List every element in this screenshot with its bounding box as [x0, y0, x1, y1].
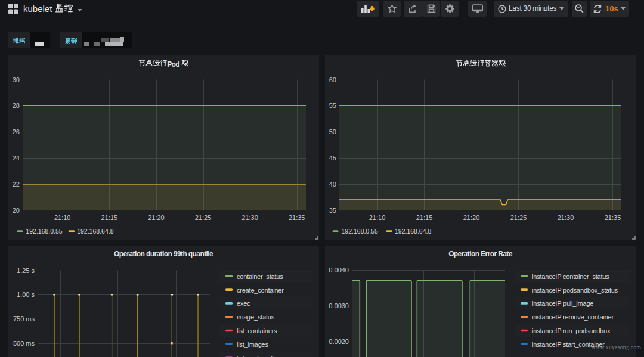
svg-text:21:35: 21:35: [605, 214, 621, 221]
svg-text:1.25 s: 1.25 s: [17, 267, 35, 274]
svg-text:192.168.0.55: 192.168.0.55: [26, 228, 62, 235]
svg-text:exec: exec: [237, 300, 250, 307]
svg-text:40: 40: [329, 181, 336, 188]
svg-text:28: 28: [13, 102, 20, 109]
svg-text:instanceIP run_podsandbox: instanceIP run_podsandbox: [532, 327, 611, 334]
svg-text:21:30: 21:30: [242, 214, 258, 221]
svg-text:21:25: 21:25: [195, 214, 212, 221]
svg-text:21:10: 21:10: [54, 214, 71, 221]
svg-text:45: 45: [329, 154, 336, 162]
svg-text:22: 22: [13, 181, 20, 188]
svg-text:instanceIP container_status: instanceIP container_status: [532, 273, 609, 280]
svg-text:21:25: 21:25: [510, 214, 527, 221]
svg-text:21:30: 21:30: [558, 214, 574, 221]
svg-text:container_status: container_status: [237, 273, 283, 280]
svg-text:192.168.64.8: 192.168.64.8: [77, 228, 113, 235]
svg-text:image_status: image_status: [237, 313, 275, 321]
svg-text:21:20: 21:20: [463, 214, 480, 221]
svg-text:26: 26: [13, 128, 20, 135]
svg-text:60: 60: [329, 76, 336, 83]
svg-text:500 ms: 500 ms: [13, 340, 35, 347]
svg-text:21:35: 21:35: [289, 214, 305, 221]
svg-text:55: 55: [329, 102, 336, 109]
svg-text:21:15: 21:15: [101, 214, 118, 221]
svg-text:35: 35: [329, 207, 336, 214]
svg-text:50: 50: [329, 128, 336, 135]
svg-text:24: 24: [13, 154, 20, 162]
svg-text:21:20: 21:20: [148, 214, 165, 221]
svg-text:21:15: 21:15: [416, 214, 433, 221]
svg-text:0.0020: 0.0020: [329, 338, 349, 345]
svg-text:list_podsandbox: list_podsandbox: [237, 355, 283, 357]
svg-text:list_containers: list_containers: [237, 327, 277, 334]
svg-text:create_container: create_container: [237, 287, 284, 294]
svg-text:192.168.0.55: 192.168.0.55: [342, 228, 378, 235]
svg-text:1.00 s: 1.00 s: [17, 291, 35, 298]
svg-text:750 ms: 750 ms: [13, 315, 35, 322]
svg-text:list_images: list_images: [237, 341, 269, 348]
svg-text:instanceIP pull_image: instanceIP pull_image: [532, 300, 593, 307]
svg-text:30: 30: [13, 76, 20, 83]
svg-text:instanceIP podsandbox_status: instanceIP podsandbox_status: [532, 287, 618, 294]
svg-text:0.0030: 0.0030: [329, 302, 349, 309]
svg-text:instanceIP remove_container: instanceIP remove_container: [532, 313, 614, 321]
svg-text:20: 20: [13, 207, 20, 214]
svg-text:21:10: 21:10: [369, 214, 386, 221]
svg-text:192.168.64.8: 192.168.64.8: [395, 228, 431, 235]
svg-text:0.0040: 0.0040: [329, 266, 349, 274]
